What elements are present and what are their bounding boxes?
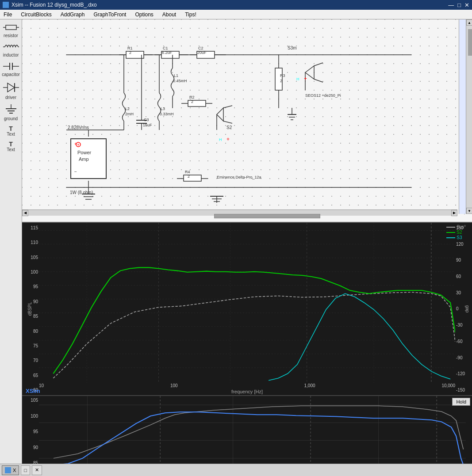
sidebar: resistor inductor capacitor [0,19,22,476]
svg-text:Amp: Amp [79,156,89,162]
svg-text:C2: C2 [198,46,203,50]
legend-sys: Sys° [446,225,466,229]
svg-text:S2: S2 [226,125,232,130]
menu-circuitblocks[interactable]: CircuitBlocks [19,11,53,19]
graph-legend: Sys° S2 S3 [446,225,466,240]
svg-text:L1: L1 [174,73,178,78]
svg-text:R2: R2 [189,95,195,99]
menu-file[interactable]: File [2,11,14,19]
svg-text:+: + [226,136,230,142]
title-bar: Xsim -- Fusion 12 diysg_modB_.dxo — □ ✕ [0,0,472,10]
mini-y-axis: 105 100 95 90 85 [22,396,39,467]
legend-s2: S2 [446,230,466,235]
mini-graph-svg [39,396,466,467]
resistor-label: resistor [4,33,18,38]
sidebar-item-capacitor[interactable]: capacitor [1,60,21,79]
svg-text:L2: L2 [125,107,130,111]
circuit-area[interactable]: Power Amp + − + 2.828Vrms 1W (8 ohm) [22,19,472,223]
svg-text:R1: R1 [127,46,133,50]
svg-text:+: + [77,142,80,147]
svg-text:2: 2 [129,50,131,55]
text1-label: Text [7,132,15,137]
scroll-left-arrow[interactable]: ◀ [22,210,28,216]
svg-text:+: + [304,76,307,82]
svg-text:15uF: 15uF [143,123,152,127]
svg-text:0.45mH: 0.45mH [173,79,187,83]
inductor-label: inductor [3,53,19,57]
text2-label: Text [7,147,15,152]
title-text: Xsim -- Fusion 12 diysg_modB_.dxo [3,2,97,8]
taskbar-close-small-button[interactable]: ✕ [32,465,42,475]
svg-line-93 [314,63,323,66]
window-controls: — □ ✕ [448,2,469,8]
svg-line-80 [223,121,232,123]
legend-s3: S3 [446,235,466,240]
legend-sys-line [446,227,455,228]
svg-text:Power: Power [77,150,92,155]
inductor-icon [3,42,19,53]
scroll-thumb-h[interactable] [214,214,320,218]
resistor-icon [3,23,19,33]
svg-text:6.2uF: 6.2uF [162,50,173,55]
svg-text:H: H [296,77,299,81]
minimize-button[interactable]: — [448,2,454,8]
circuit-scrollbar-vertical[interactable]: ▲ ▼ [466,19,472,214]
main-area: resistor inductor capacitor [0,19,472,476]
sidebar-item-text1[interactable]: T Text [1,124,21,138]
scroll-right-arrow[interactable]: ▶ [451,210,457,216]
svg-text:L3: L3 [161,107,165,111]
close-button[interactable]: ✕ [464,2,469,8]
x-axis-title: frequency [Hz] [231,389,263,394]
svg-rect-73 [184,175,201,181]
taskbar-xsim-button[interactable]: X [2,465,19,475]
capacitor-label: capacitor [2,72,20,77]
hold-button[interactable]: Hold [452,398,470,406]
window-title: Xsim -- Fusion 12 diysg_modB_.dxo [12,2,97,8]
svg-text:20uF: 20uF [197,50,207,55]
svg-text:2.828Vrms: 2.828Vrms [68,125,89,130]
ground-icon [3,104,19,116]
svg-line-79 [223,106,232,108]
maximize-button[interactable]: □ [457,2,461,8]
legend-s3-line [446,237,455,238]
svg-text:C1: C1 [163,46,168,50]
sidebar-item-ground[interactable]: ground [1,103,21,123]
svg-marker-9 [8,83,15,92]
circuit-scrollbar-horizontal[interactable]: ◀ ▶ [22,209,457,216]
menu-addgraph[interactable]: AddGraph [59,11,87,19]
svg-text:R4: R4 [185,170,190,174]
svg-rect-32 [126,51,144,58]
svg-text:−: − [74,169,77,174]
sidebar-item-text2[interactable]: T Text [1,139,21,154]
svg-text:H: H [219,137,222,142]
legend-s2-line [446,232,455,233]
menu-tips[interactable]: Tips! [183,11,198,19]
svg-text:0.33mH: 0.33mH [160,112,174,116]
svg-line-94 [314,79,323,82]
scroll-down-arrow[interactable]: ▼ [466,208,472,214]
sidebar-item-driver[interactable]: driver [1,80,21,102]
sidebar-item-inductor[interactable]: inductor [1,41,21,59]
taskbar-icon [5,467,11,473]
svg-text:2: 2 [280,79,282,83]
svg-text:SEOS12 +de250_Pi: SEOS12 +de250_Pi [305,93,341,98]
svg-rect-1 [6,25,16,30]
svg-text:S3m: S3m [288,46,297,50]
sidebar-item-resistor[interactable]: resistor [1,21,21,40]
svg-text:2mH: 2mH [125,112,134,116]
graph-svg [39,223,455,383]
svg-text:2: 2 [188,174,190,179]
circuit-canvas[interactable]: Power Amp + − + 2.828Vrms 1W (8 ohm) [22,19,466,209]
y-axis-title-right: gap [465,305,470,313]
svg-rect-51 [188,100,206,107]
svg-text:R3: R3 [280,73,285,78]
menu-about[interactable]: About [161,11,178,19]
menu-graphtofront[interactable]: GraphToFront [92,11,128,19]
scroll-thumb-v[interactable] [468,29,472,56]
taskbar-restore-button[interactable]: □ [21,465,30,475]
x-axis-labels: 10 100 1,000 10,000 [39,383,455,388]
menu-options[interactable]: Options [133,11,155,19]
scroll-up-arrow[interactable]: ▲ [466,19,472,26]
driver-label: driver [5,95,16,100]
y-axis-title-left: dBSPL [27,302,32,316]
